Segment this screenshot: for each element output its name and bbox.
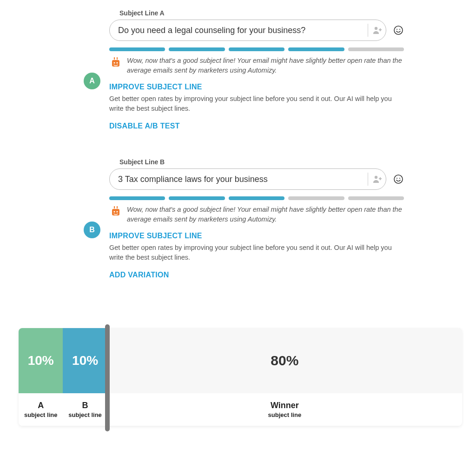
score-segment <box>229 47 284 51</box>
subject-line-b-input-wrap <box>109 168 386 190</box>
score-segment <box>109 47 165 51</box>
svg-point-11 <box>397 178 397 179</box>
variation-badge-b: B <box>84 222 100 238</box>
split-label-winner-sub: subject line <box>268 411 302 418</box>
split-label-winner-title: Winner <box>271 401 299 410</box>
split-cell-a: 10% <box>19 328 63 393</box>
feedback-text-b: Wow, now that's a good subject line! You… <box>127 205 404 224</box>
subject-line-a-section: A Subject Line A Wow, now that's a good … <box>109 9 404 130</box>
svg-point-17 <box>116 211 118 212</box>
score-segment <box>348 47 404 51</box>
svg-point-7 <box>113 62 115 63</box>
score-segment <box>229 196 284 200</box>
split-cell-winner: 80% <box>107 328 462 393</box>
svg-point-16 <box>113 211 115 212</box>
disable-ab-test-button[interactable]: DISABLE A/B TEST <box>109 122 404 130</box>
svg-rect-14 <box>114 206 115 208</box>
split-label-b: B subject line <box>63 393 107 426</box>
score-segment <box>288 196 344 200</box>
subject-line-b-input[interactable] <box>118 175 366 184</box>
split-bottom-row: A subject line B subject line Winner sub… <box>19 393 462 426</box>
svg-point-9 <box>375 176 377 179</box>
input-divider <box>368 24 368 37</box>
score-bar-a <box>109 47 404 51</box>
score-bar-b <box>109 196 404 200</box>
feedback-row-a: Wow, now that's a good subject line! You… <box>109 56 404 75</box>
split-label-a-title: A <box>38 401 44 410</box>
svg-point-1 <box>394 26 403 34</box>
subject-line-b-label: Subject Line B <box>119 158 404 166</box>
svg-point-2 <box>397 29 397 30</box>
subject-line-b-section: B Subject Line B Wow, now that's a good … <box>109 158 404 279</box>
split-top-row: 10% 10% 80% <box>19 328 462 393</box>
score-segment <box>348 196 404 200</box>
subject-line-a-input-row <box>109 20 404 41</box>
robot-icon <box>109 205 122 218</box>
svg-point-0 <box>375 27 377 30</box>
split-label-b-sub: subject line <box>68 411 102 418</box>
split-label-a-sub: subject line <box>24 411 58 418</box>
add-person-icon[interactable] <box>372 25 383 36</box>
subject-line-a-input[interactable] <box>118 26 366 35</box>
feedback-text-a: Wow, now that's a good subject line! You… <box>127 56 404 75</box>
variation-badge-a: A <box>84 73 100 89</box>
svg-point-10 <box>394 175 403 183</box>
split-cell-b: 10% <box>63 328 107 393</box>
split-label-a: A subject line <box>19 393 63 426</box>
split-drag-handle[interactable] <box>105 324 110 431</box>
subject-line-b-input-row <box>109 168 404 190</box>
split-label-winner: Winner subject line <box>107 393 462 426</box>
svg-point-8 <box>116 62 118 63</box>
subject-line-a-input-wrap <box>109 20 386 41</box>
feedback-row-b: Wow, now that's a good subject line! You… <box>109 205 404 224</box>
svg-rect-6 <box>117 57 118 60</box>
score-segment <box>109 196 165 200</box>
input-divider <box>368 173 368 186</box>
improve-subject-line-button[interactable]: IMPROVE SUBJECT LINE <box>109 232 404 240</box>
svg-rect-5 <box>114 57 115 60</box>
improve-help-text-a: Get better open rates by improving your … <box>109 94 404 114</box>
svg-point-3 <box>399 29 400 30</box>
ab-split-bar: 10% 10% 80% A subject line B subject lin… <box>19 328 462 426</box>
improve-subject-line-button[interactable]: IMPROVE SUBJECT LINE <box>109 83 404 91</box>
score-segment <box>169 47 225 51</box>
split-label-b-title: B <box>82 401 88 410</box>
emoji-picker-icon[interactable] <box>393 174 404 185</box>
add-variation-button[interactable]: ADD VARIATION <box>109 271 404 279</box>
score-segment <box>169 196 225 200</box>
robot-icon <box>109 56 122 69</box>
emoji-picker-icon[interactable] <box>393 25 404 36</box>
svg-rect-15 <box>117 206 118 208</box>
svg-point-12 <box>399 178 400 179</box>
subject-line-a-label: Subject Line A <box>119 9 404 17</box>
improve-help-text-b: Get better open rates by improving your … <box>109 243 404 262</box>
add-person-icon[interactable] <box>372 174 383 185</box>
score-segment <box>288 47 344 51</box>
